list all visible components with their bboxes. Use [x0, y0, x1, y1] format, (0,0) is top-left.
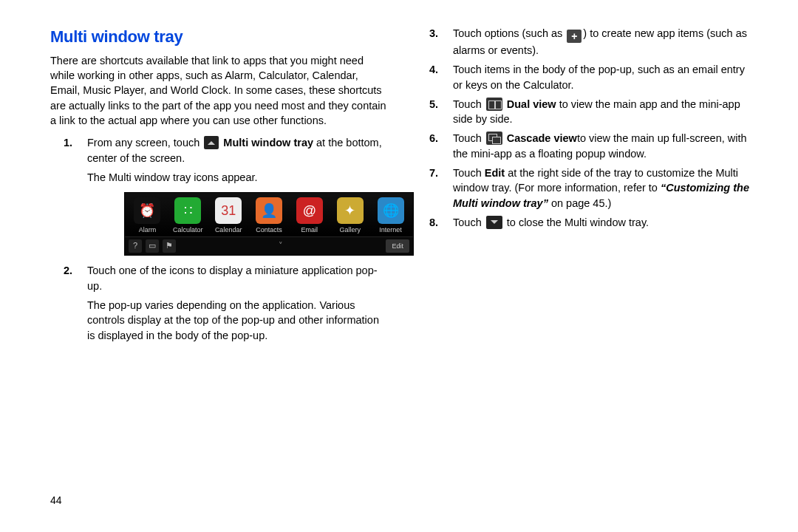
step-bold: Dual view [504, 98, 556, 110]
step-bold: Multi window tray [220, 137, 313, 149]
step-text: Touch [453, 132, 485, 144]
tray-figure: ⏰Alarm∷Calculator31Calendar👤Contacts@Ema… [124, 192, 414, 256]
step-text: on page 45.) [548, 197, 611, 209]
step-list-right: 3. Touch options (such as +) to create n… [416, 26, 752, 230]
page-number: 44 [50, 494, 62, 508]
step-7: 7. Touch Edit at the right side of the t… [416, 166, 752, 211]
step-number: 2. [64, 263, 72, 278]
step-text: Touch options (such as [453, 27, 565, 39]
tray-app-icon: @ [296, 197, 323, 224]
step-text: to close the Multi window tray. [504, 216, 649, 228]
step-bold: Cascade view [504, 132, 577, 144]
step-number: 4. [429, 62, 438, 77]
pin-icon[interactable]: ⚑ [163, 239, 176, 253]
plus-icon: + [567, 30, 582, 43]
tray-app-icon: 31 [215, 197, 242, 224]
step-number: 6. [429, 131, 438, 146]
cascade-view-icon [486, 132, 502, 145]
step-text: Touch one of the icons to display a mini… [87, 265, 378, 291]
tray-app-contacts[interactable]: 👤Contacts [250, 197, 289, 235]
step-6: 6. Touch Cascade viewto view the main up… [416, 131, 752, 161]
tray-app-label: Internet [371, 225, 410, 235]
tray-app-gallery[interactable]: ✦Gallery [330, 197, 369, 235]
step-sub: The Multi window tray icons appear. [87, 170, 386, 185]
tray-app-email[interactable]: @Email [290, 197, 329, 235]
tray-app-icon: ⏰ [134, 197, 160, 224]
tray-app-alarm[interactable]: ⏰Alarm [128, 197, 167, 235]
dual-view-icon [486, 98, 502, 111]
section-title: Multi window tray [50, 26, 386, 49]
step-2: 2. Touch one of the icons to display a m… [50, 263, 386, 342]
step-text: Touch items in the body of the pop-up, s… [453, 64, 745, 90]
step-list-left: 1. From any screen, touch Multi window t… [50, 135, 386, 343]
intro-paragraph: There are shortcuts available that link … [50, 53, 386, 128]
tray-chevron-down-icon[interactable]: ˅ [176, 240, 386, 251]
step-number: 5. [429, 97, 438, 112]
step-4: 4. Touch items in the body of the pop-up… [416, 62, 752, 92]
step-number: 1. [64, 135, 72, 150]
tray-app-label: Gallery [330, 225, 369, 235]
tray-app-icon: 👤 [256, 197, 282, 224]
step-1: 1. From any screen, touch Multi window t… [50, 135, 386, 256]
step-5: 5. Touch Dual view to view the main app … [416, 97, 752, 127]
tray-app-label: Email [290, 225, 329, 235]
tray-edit-button[interactable]: Edit [386, 239, 409, 253]
step-number: 3. [429, 26, 438, 41]
tray-app-icon: 🌐 [378, 197, 404, 224]
tray-app-calculator[interactable]: ∷Calculator [168, 197, 208, 235]
tray-app-label: Calculator [168, 225, 208, 235]
step-sub: The pop-up varies depending on the appli… [87, 298, 386, 343]
step-3: 3. Touch options (such as +) to create n… [416, 26, 752, 58]
step-8: 8. Touch to close the Multi window tray. [416, 215, 752, 230]
tray-bottom-bar: ? ▭ ⚑ ˅ Edit [125, 236, 413, 256]
chevron-up-icon [204, 136, 219, 149]
step-text: Touch [453, 167, 485, 179]
tray-app-internet[interactable]: 🌐Internet [371, 197, 410, 235]
tray-app-label: Alarm [128, 225, 167, 235]
step-number: 8. [429, 215, 438, 230]
step-text: From any screen, touch [87, 137, 202, 149]
left-column: Multi window tray There are shortcuts av… [50, 26, 386, 347]
step-text: Touch [453, 98, 485, 110]
tray-app-icon: ∷ [174, 197, 201, 224]
step-number: 7. [429, 166, 438, 180]
tray-app-calendar[interactable]: 31Calendar [209, 197, 248, 235]
window-icon[interactable]: ▭ [146, 239, 159, 253]
chevron-down-icon [486, 216, 502, 229]
tray-app-label: Contacts [250, 225, 289, 235]
help-icon[interactable]: ? [129, 239, 142, 253]
right-column: 3. Touch options (such as +) to create n… [416, 26, 752, 347]
step-bold: Edit [485, 167, 505, 179]
tray-app-icon: ✦ [337, 197, 364, 224]
step-text: Touch [453, 216, 485, 228]
tray-app-label: Calendar [209, 225, 248, 235]
